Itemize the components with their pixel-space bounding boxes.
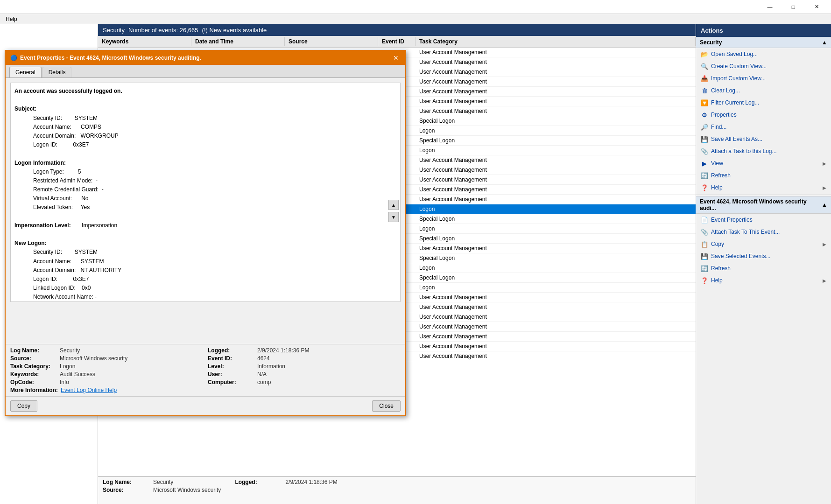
actions-top-list: 📂 Open Saved Log... 🔍 Create Custom View… [696, 48, 831, 194]
cell-taskcategory: User Account Management [416, 107, 696, 115]
event-log-online-help-link[interactable]: Event Log Online Help [61, 387, 117, 393]
dialog-icon: 🔵 [10, 55, 17, 61]
security-id-row: Security ID: SYSTEM [33, 114, 396, 123]
event-properties-dialog: 🔵 Event Properties - Event 4624, Microso… [5, 50, 406, 416]
action-item[interactable]: 📎 Attach Task To This Event... [696, 226, 831, 238]
col-header-eventid[interactable]: Event ID [378, 37, 416, 46]
action-label: Open Saved Log... [711, 51, 758, 57]
close-button[interactable]: Close [372, 400, 401, 412]
tab-general[interactable]: General [9, 67, 42, 77]
action-label: Copy [711, 241, 724, 247]
action-item[interactable]: 🔎 Find... [696, 121, 831, 133]
column-headers: Keywords Date and Time Source Event ID T… [98, 36, 696, 48]
cell-taskcategory: User Account Management [416, 343, 696, 350]
nl-security-id-label: Security ID: [33, 249, 62, 255]
window-close-button[interactable]: ✕ [806, 0, 827, 14]
action-item[interactable]: 📎 Attach a Task to this Log... [696, 145, 831, 157]
action-label: Import Custom View... [711, 75, 766, 82]
cell-taskcategory: User Account Management [416, 294, 696, 301]
nl-network-account-domain-row: Network Account Domain: - [33, 302, 396, 302]
security-section-label: Security [700, 39, 722, 46]
cell-taskcategory: User Account Management [416, 303, 696, 311]
col-header-source[interactable]: Source [285, 37, 378, 46]
action-icon: 📋 [701, 240, 708, 248]
action-label: Help [711, 277, 723, 284]
bottom-col-right: Logged: 2/9/2024 1:18:36 PM [235, 479, 337, 502]
copy-button[interactable]: Copy [10, 400, 37, 412]
dialog-titlebar: 🔵 Event Properties - Event 4624, Microso… [6, 51, 405, 65]
scroll-down-button[interactable]: ▼ [388, 212, 399, 222]
action-item[interactable]: 📥 Import Custom View... [696, 72, 831, 84]
action-item[interactable]: 🔽 Filter Current Log... [696, 97, 831, 109]
action-item[interactable]: 💾 Save Selected Events... [696, 250, 831, 262]
nl-logon-id-row: Logon ID: 0x3E7 [33, 275, 396, 284]
action-item[interactable]: 📄 Event Properties [696, 214, 831, 226]
submenu-arrow-icon: ▶ [823, 278, 826, 283]
meta-opcode-value: Info [60, 379, 69, 385]
action-item[interactable]: 🗑 Clear Log... [696, 84, 831, 97]
nl-logon-id-label: Logon ID: [33, 276, 57, 282]
meta-source-label: Source: [10, 355, 57, 362]
action-label: Save All Events As... [711, 136, 762, 142]
elevated-token-label: Elevated Token: [33, 204, 73, 210]
action-item[interactable]: 🔄 Refresh [696, 169, 831, 182]
maximize-button[interactable]: □ [782, 0, 804, 14]
col-header-taskcategory[interactable]: Task Category [416, 37, 696, 46]
nl-logon-id-value: 0x3E7 [73, 276, 89, 282]
action-icon: 📎 [701, 228, 708, 236]
subject-section: Subject: Security ID: SYSTEM Account Nam… [14, 105, 396, 149]
action-item[interactable]: ❓ Help ▶ [696, 182, 831, 194]
action-item[interactable]: 💾 Save All Events As... [696, 133, 831, 145]
action-icon: 🗑 [701, 87, 708, 94]
cell-taskcategory: User Account Management [416, 352, 696, 360]
tab-details[interactable]: Details [42, 67, 72, 77]
cell-taskcategory: User Account Management [416, 156, 696, 164]
logon-type-value: 5 [78, 168, 81, 175]
action-item[interactable]: ▶ View ▶ [696, 157, 831, 169]
action-item[interactable]: 📂 Open Saved Log... [696, 48, 831, 60]
meta-level-value: Information [257, 363, 285, 370]
minimize-button[interactable]: — [759, 0, 781, 14]
scroll-up-button[interactable]: ▲ [388, 200, 399, 210]
meta-event-id-value: 4624 [257, 355, 270, 362]
col-header-keywords[interactable]: Keywords [98, 37, 191, 46]
cell-taskcategory: User Account Management [416, 176, 696, 183]
action-item[interactable]: 🔍 Create Custom View... [696, 60, 831, 72]
submenu-arrow-icon: ▶ [823, 161, 826, 166]
action-item[interactable]: ❓ Help ▶ [696, 274, 831, 287]
title-bar-buttons: — □ ✕ [759, 0, 827, 14]
col-header-datetime[interactable]: Date and Time [191, 37, 285, 46]
nl-account-name-row: Account Name: SYSTEM [33, 257, 396, 266]
nl-account-name-label: Account Name: [33, 258, 71, 265]
meta-more-info-label: More Information: [10, 387, 58, 393]
virtual-account-label: Virtual Account: [33, 195, 72, 202]
nl-account-domain-row: Account Domain: NT AUTHORITY [33, 266, 396, 275]
meta-keywords-value: Audit Success [60, 371, 95, 378]
nl-linked-logon-value: 0x0 [82, 285, 91, 291]
menu-bar: Help [0, 14, 831, 24]
meta-log-name-label: Log Name: [10, 347, 57, 354]
dialog-content: An account was successfully logged on. S… [6, 78, 405, 344]
action-item[interactable]: ⚙ Properties [696, 109, 831, 121]
cell-taskcategory: Special Logon [416, 117, 696, 125]
action-icon: 📄 [701, 216, 708, 224]
account-name-label: Account Name: [33, 124, 71, 130]
nl-network-account-name-value: - [95, 294, 97, 300]
elevated-token-value: Yes [81, 204, 90, 210]
nl-account-domain-value: NT AUTHORITY [80, 267, 121, 273]
meta-keywords-row: Keywords: Audit Success [10, 371, 203, 378]
dialog-close-x-button[interactable]: ✕ [391, 53, 401, 63]
action-label: Attach Task To This Event... [711, 229, 780, 235]
action-item[interactable]: 📋 Copy ▶ [696, 238, 831, 250]
cell-taskcategory: Special Logon [416, 215, 696, 223]
section-collapse-icon[interactable]: ▲ [822, 39, 827, 46]
cell-taskcategory: User Account Management [416, 166, 696, 174]
menu-item-help[interactable]: Help [2, 15, 21, 23]
event-section-collapse-icon[interactable]: ▲ [822, 202, 827, 208]
cell-taskcategory: Logon [416, 205, 696, 213]
actions-event-section: Event 4624, Microsoft Windows security a… [696, 196, 831, 214]
event-text-area[interactable]: An account was successfully logged on. S… [10, 83, 401, 302]
logon-info-label: Logon Information: [14, 159, 396, 168]
action-item[interactable]: 🔄 Refresh [696, 262, 831, 274]
meta-user-label: User: [208, 371, 254, 378]
